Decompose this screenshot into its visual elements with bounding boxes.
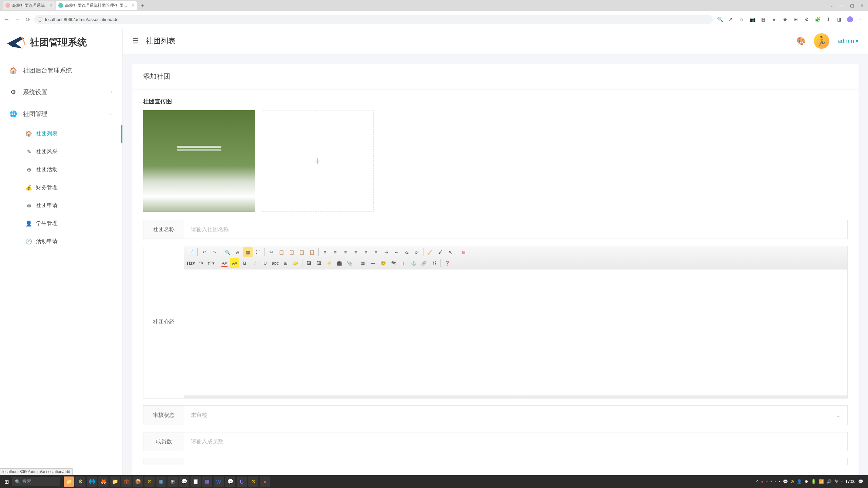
ext-icon[interactable]: ⚙ bbox=[804, 16, 810, 22]
italic-button[interactable]: I bbox=[250, 258, 260, 268]
tray-icon[interactable]: ⚙ bbox=[805, 479, 808, 484]
bg-color-dropdown[interactable]: A▾ bbox=[230, 258, 239, 268]
close-window-icon[interactable]: ✕ bbox=[860, 3, 864, 8]
dropdown-icon[interactable]: ⌄ bbox=[830, 3, 833, 8]
bold-button[interactable]: B bbox=[240, 258, 250, 268]
fullscreen-icon[interactable]: ⛶ bbox=[253, 247, 263, 257]
select-icon[interactable]: ↖ bbox=[446, 247, 455, 257]
help-icon[interactable]: ❓ bbox=[442, 258, 452, 268]
font-size-dropdown[interactable]: тT▾ bbox=[206, 258, 216, 268]
taskbar-app-icon[interactable]: ▦ bbox=[202, 476, 212, 487]
taskbar-app-icon[interactable]: ⚙ bbox=[75, 476, 85, 487]
nav-sub-club-list[interactable]: 🏠 社团列表 bbox=[0, 125, 122, 143]
flash-icon[interactable]: ⚡ bbox=[324, 258, 334, 268]
sidepanel-icon[interactable]: ◨ bbox=[836, 16, 842, 22]
tray-icon[interactable]: ▪ bbox=[770, 479, 772, 484]
taskbar-app-icon[interactable]: W bbox=[214, 476, 224, 487]
cut-icon[interactable]: ✂ bbox=[267, 247, 276, 257]
nav-sub-club-style[interactable]: ✎ 社团风采 bbox=[0, 143, 122, 161]
tray-time[interactable]: 17:06 bbox=[845, 479, 855, 484]
user-avatar[interactable]: 🏃 bbox=[814, 33, 829, 49]
list-ul-icon[interactable]: ≡ bbox=[371, 247, 381, 257]
grid-icon[interactable]: ▦ bbox=[760, 16, 766, 22]
paste-text-icon[interactable]: 📋 bbox=[297, 247, 307, 257]
tray-ime[interactable]: 英 bbox=[834, 479, 839, 485]
tray-up-icon[interactable]: ^ bbox=[756, 479, 758, 484]
taskbar-app-icon[interactable]: 📋 bbox=[191, 476, 201, 487]
redo-icon[interactable]: ↷ bbox=[210, 247, 219, 257]
taskbar-app-icon[interactable]: 📦 bbox=[133, 476, 143, 487]
paste-word-icon[interactable]: 📋 bbox=[307, 247, 317, 257]
uploaded-image[interactable] bbox=[143, 110, 255, 212]
nav-home[interactable]: 🏠 社团后台管理系统 bbox=[0, 60, 122, 81]
status-select[interactable]: 未审核 ⌄ bbox=[184, 406, 847, 425]
indent-icon[interactable]: ⇥ bbox=[381, 247, 391, 257]
tray-icon[interactable]: ▪ bbox=[778, 479, 780, 484]
tray-icon[interactable]: ⊙ bbox=[791, 479, 794, 484]
taskbar-app-icon[interactable]: ⊙ bbox=[144, 476, 155, 487]
attachment-icon[interactable]: 📎 bbox=[345, 258, 354, 268]
table-icon[interactable]: ▦ bbox=[358, 258, 368, 268]
anchor-icon[interactable]: ⚓ bbox=[409, 258, 418, 268]
taskbar-app-icon[interactable]: 📁 bbox=[64, 476, 74, 487]
taskbar-app-icon[interactable]: ⊙ bbox=[248, 476, 258, 487]
unlink-icon[interactable]: ⛓ bbox=[429, 258, 439, 268]
align-left-icon[interactable]: ≡ bbox=[320, 247, 330, 257]
forward-icon[interactable]: → bbox=[15, 16, 20, 23]
editor-resize-handle[interactable]: ⋯ bbox=[184, 395, 847, 398]
url-input[interactable]: i localhost:8060/admin/association/add bbox=[34, 15, 713, 24]
pagebreak-icon[interactable]: ⊟ bbox=[459, 247, 468, 257]
tray-icon[interactable]: ▪ bbox=[774, 479, 776, 484]
tray-volume-icon[interactable]: 🔊 bbox=[827, 479, 832, 484]
tray-icon[interactable]: ▪ bbox=[766, 479, 768, 484]
taskbar-wechat-icon[interactable]: 💬 bbox=[225, 476, 235, 487]
camera-icon[interactable]: 📷 bbox=[749, 16, 755, 22]
taskbar-search[interactable]: 🔍 搜索 bbox=[12, 477, 60, 486]
outdent-icon[interactable]: ⇤ bbox=[392, 247, 401, 257]
preview-icon[interactable]: 🔍 bbox=[223, 247, 232, 257]
taskbar-firefox-icon[interactable]: 🦊 bbox=[98, 476, 108, 487]
char-style-icon[interactable]: ⊞ bbox=[281, 258, 290, 268]
emoji-icon[interactable]: 😊 bbox=[378, 258, 388, 268]
palette-icon[interactable]: 🎨 bbox=[796, 37, 806, 45]
site-info-icon[interactable]: i bbox=[38, 17, 42, 22]
tray-icon[interactable]: 🔋 bbox=[811, 479, 816, 484]
strike-button[interactable]: abc bbox=[271, 258, 280, 268]
translate-icon[interactable]: ⊞ bbox=[793, 16, 799, 22]
format-brush-icon[interactable]: 🖌 bbox=[435, 247, 445, 257]
undo-icon[interactable]: ↶ bbox=[199, 247, 209, 257]
name-input[interactable] bbox=[184, 220, 847, 239]
editor-canvas[interactable] bbox=[184, 269, 847, 395]
download-icon[interactable]: ⬇ bbox=[825, 16, 831, 22]
ext-green-icon[interactable]: ◆ bbox=[782, 16, 788, 22]
tray-icon[interactable]: 👤 bbox=[797, 479, 802, 484]
clear-format-icon[interactable]: 🧹 bbox=[425, 247, 435, 257]
nav-sub-club-apply[interactable]: ⊗ 社团申请 bbox=[0, 197, 122, 215]
members-input[interactable] bbox=[184, 432, 847, 451]
paste-icon[interactable]: 📋 bbox=[287, 247, 296, 257]
nav-settings[interactable]: ⚙ 系统设置 › bbox=[0, 81, 122, 103]
close-icon[interactable]: × bbox=[50, 3, 52, 8]
remove-format-icon[interactable]: 🧽 bbox=[291, 258, 300, 268]
maximize-icon[interactable]: ▢ bbox=[850, 3, 854, 8]
profile-avatar-icon[interactable] bbox=[847, 16, 853, 22]
upload-slot[interactable]: + bbox=[262, 110, 374, 212]
start-button[interactable]: ⊞ bbox=[2, 477, 11, 486]
taskbar-app-icon[interactable]: ⊞ bbox=[167, 476, 178, 487]
template-icon[interactable]: ▦ bbox=[243, 247, 253, 257]
nav-sub-finance[interactable]: 💰 财务管理 bbox=[0, 179, 122, 197]
source-icon[interactable]: 📄 bbox=[186, 247, 196, 257]
list-ol-icon[interactable]: ≡ bbox=[361, 247, 371, 257]
tray-wifi-icon[interactable]: 📶 bbox=[819, 479, 824, 484]
underline-button[interactable]: U bbox=[260, 258, 270, 268]
subscript-icon[interactable]: x₂ bbox=[402, 247, 411, 257]
reload-icon[interactable]: ⟳ bbox=[26, 16, 30, 23]
tray-icon[interactable]: 💬 bbox=[783, 479, 788, 484]
hr-icon[interactable]: — bbox=[368, 258, 378, 268]
copy-icon[interactable]: 📋 bbox=[277, 247, 286, 257]
share-icon[interactable]: ↗ bbox=[728, 16, 734, 22]
link-icon[interactable]: 🔗 bbox=[419, 258, 429, 268]
menu-toggle-icon[interactable]: ☰ bbox=[132, 37, 139, 45]
new-tab-button[interactable]: + bbox=[138, 1, 147, 11]
close-icon[interactable]: × bbox=[132, 3, 134, 8]
